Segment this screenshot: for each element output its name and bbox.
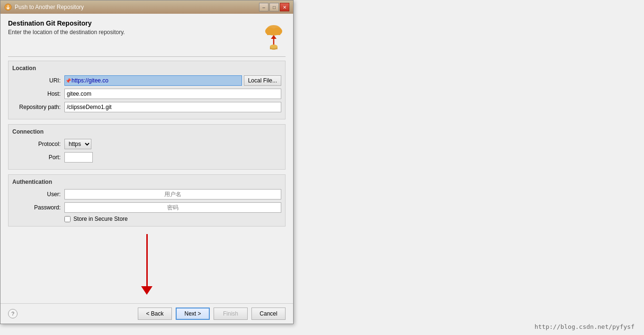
local-file-button[interactable]: Local File... xyxy=(244,75,281,86)
watermark: http://blog.csdn.net/pyfysf xyxy=(535,323,635,330)
password-input[interactable] xyxy=(64,202,281,213)
dialog-window: Push to Another Repository – □ ✕ Destina… xyxy=(0,0,294,324)
password-row: Password: xyxy=(12,202,281,213)
bottom-left: ? xyxy=(8,309,18,318)
uri-row: URI: 📌 Local File... xyxy=(12,75,281,86)
host-row: Host: xyxy=(12,89,281,99)
arrow-line xyxy=(146,234,148,286)
connection-label: Connection xyxy=(12,128,281,135)
dialog-description: Enter the location of the destination re… xyxy=(8,29,125,36)
protocol-select[interactable]: https http ssh git xyxy=(64,139,91,149)
restore-button[interactable]: □ xyxy=(269,3,279,11)
uri-input[interactable] xyxy=(64,75,242,86)
port-row: Port: xyxy=(12,152,281,163)
bottom-bar: ? < Back Next > Finish Cancel xyxy=(0,303,293,324)
next-button[interactable]: Next > xyxy=(176,308,210,320)
title-bar-buttons: – □ ✕ xyxy=(259,3,289,11)
back-button[interactable]: < Back xyxy=(138,308,172,320)
title-bar: Push to Another Repository – □ ✕ xyxy=(0,0,293,14)
pin-icon: 📌 xyxy=(65,78,71,83)
cloud-upload-icon xyxy=(262,19,286,53)
password-label: Password: xyxy=(12,204,64,211)
finish-button[interactable]: Finish xyxy=(214,308,248,320)
window-title: Push to Another Repository xyxy=(15,4,84,10)
uri-wrapper: 📌 xyxy=(64,75,242,86)
cancel-button[interactable]: Cancel xyxy=(251,308,286,320)
title-bar-left: Push to Another Repository xyxy=(4,3,84,11)
protocol-row: Protocol: https http ssh git xyxy=(12,139,281,149)
location-label: Location xyxy=(12,65,281,72)
uri-input-row: 📌 Local File... xyxy=(64,75,281,86)
user-row: User: xyxy=(12,189,281,199)
close-button[interactable]: ✕ xyxy=(280,3,289,11)
store-label[interactable]: Store in Secure Store xyxy=(73,216,128,222)
bottom-buttons: < Back Next > Finish Cancel xyxy=(138,308,286,320)
port-input[interactable] xyxy=(64,152,93,163)
store-checkbox[interactable] xyxy=(64,216,71,222)
dialog-title: Destination Git Repository xyxy=(8,19,125,27)
svg-marker-6 xyxy=(271,35,277,39)
authentication-section: Authentication User: Password: Store in … xyxy=(8,174,286,226)
connection-section: Connection Protocol: https http ssh git … xyxy=(8,124,286,170)
repo-path-input[interactable] xyxy=(64,102,281,112)
header-text: Destination Git Repository Enter the loc… xyxy=(8,19,125,36)
dialog-content: Destination Git Repository Enter the loc… xyxy=(0,14,293,303)
uri-label: URI: xyxy=(12,77,64,84)
red-arrow xyxy=(141,234,152,295)
port-label: Port: xyxy=(12,154,64,161)
location-section: Location URI: 📌 Local File... Host: xyxy=(8,61,286,119)
svg-point-9 xyxy=(270,45,277,48)
repo-path-label: Repository path: xyxy=(12,104,64,110)
header-divider xyxy=(8,56,286,57)
dialog-header: Destination Git Repository Enter the loc… xyxy=(8,19,286,53)
repo-path-row: Repository path: xyxy=(12,102,281,112)
store-checkbox-row: Store in Secure Store xyxy=(64,216,281,222)
protocol-label: Protocol: xyxy=(12,141,64,147)
arrow-annotation xyxy=(8,231,286,298)
host-label: Host: xyxy=(12,91,64,97)
arrow-head xyxy=(141,286,152,295)
svg-rect-4 xyxy=(267,30,280,35)
help-button[interactable]: ? xyxy=(8,309,18,318)
minimize-button[interactable]: – xyxy=(259,3,268,11)
user-input[interactable] xyxy=(64,189,281,199)
user-label: User: xyxy=(12,191,64,198)
cloud-icon-svg xyxy=(263,22,284,50)
window-icon xyxy=(4,3,12,11)
auth-label: Authentication xyxy=(12,179,281,185)
host-input[interactable] xyxy=(64,89,281,99)
